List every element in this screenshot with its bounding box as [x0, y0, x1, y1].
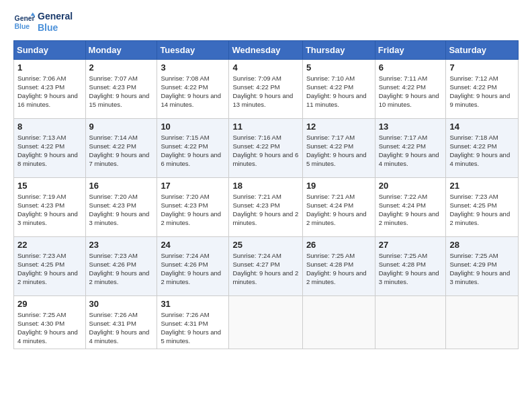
day-info: Sunrise: 7:08 AM Sunset: 4:22 PM Dayligh…: [161, 74, 225, 109]
logo: General Blue General Blue: [13, 11, 73, 34]
page: General Blue General Blue SundayMondayTu…: [0, 0, 532, 411]
day-info: Sunrise: 7:18 AM Sunset: 4:22 PM Dayligh…: [449, 133, 515, 169]
day-number: 21: [449, 181, 515, 191]
day-number: 12: [306, 122, 371, 132]
calendar-cell: 15 Sunrise: 7:19 AM Sunset: 4:23 PM Dayl…: [14, 177, 86, 236]
day-info: Sunrise: 7:22 AM Sunset: 4:24 PM Dayligh…: [379, 192, 443, 228]
day-info: Sunrise: 7:23 AM Sunset: 4:26 PM Dayligh…: [89, 251, 154, 287]
calendar-cell: 10 Sunrise: 7:15 AM Sunset: 4:22 PM Dayl…: [157, 118, 229, 177]
day-info: Sunrise: 7:07 AM Sunset: 4:23 PM Dayligh…: [89, 74, 154, 109]
day-info: Sunrise: 7:15 AM Sunset: 4:22 PM Dayligh…: [161, 133, 225, 169]
calendar-cell: 21 Sunrise: 7:23 AM Sunset: 4:25 PM Dayl…: [446, 177, 519, 236]
logo-general: General: [38, 11, 73, 22]
day-number: 29: [17, 299, 82, 309]
calendar-cell: 1 Sunrise: 7:06 AM Sunset: 4:23 PM Dayli…: [14, 59, 86, 118]
weekday-header-sunday: Sunday: [14, 40, 86, 59]
calendar-cell: 7 Sunrise: 7:12 AM Sunset: 4:22 PM Dayli…: [446, 59, 519, 118]
calendar-cell: 9 Sunrise: 7:14 AM Sunset: 4:22 PM Dayli…: [85, 118, 157, 177]
day-info: Sunrise: 7:16 AM Sunset: 4:22 PM Dayligh…: [232, 133, 298, 169]
calendar-cell: [302, 295, 375, 349]
calendar-cell: 11 Sunrise: 7:16 AM Sunset: 4:22 PM Dayl…: [229, 118, 302, 177]
day-number: 2: [89, 62, 154, 73]
header: General Blue General Blue: [13, 11, 519, 34]
weekday-header-monday: Monday: [85, 40, 157, 59]
day-number: 9: [89, 122, 154, 132]
day-number: 27: [379, 240, 443, 250]
day-info: Sunrise: 7:17 AM Sunset: 4:22 PM Dayligh…: [306, 133, 371, 169]
calendar-cell: 23 Sunrise: 7:23 AM Sunset: 4:26 PM Dayl…: [85, 236, 157, 295]
svg-text:General: General: [15, 15, 35, 22]
calendar-cell: 20 Sunrise: 7:22 AM Sunset: 4:24 PM Dayl…: [375, 177, 446, 236]
calendar-cell: 29 Sunrise: 7:25 AM Sunset: 4:30 PM Dayl…: [14, 295, 86, 349]
calendar-cell: [446, 295, 519, 349]
calendar-cell: 28 Sunrise: 7:25 AM Sunset: 4:29 PM Dayl…: [446, 236, 519, 295]
day-info: Sunrise: 7:11 AM Sunset: 4:22 PM Dayligh…: [379, 74, 443, 109]
day-number: 28: [449, 240, 515, 250]
day-number: 25: [232, 240, 298, 250]
day-number: 26: [306, 240, 371, 250]
weekday-header-thursday: Thursday: [302, 40, 375, 59]
day-number: 10: [161, 122, 225, 132]
day-info: Sunrise: 7:26 AM Sunset: 4:31 PM Dayligh…: [89, 310, 154, 346]
day-number: 7: [449, 62, 515, 73]
day-number: 11: [232, 122, 298, 132]
calendar-cell: 18 Sunrise: 7:21 AM Sunset: 4:23 PM Dayl…: [229, 177, 302, 236]
generalblue-logo-icon: General Blue: [13, 11, 35, 33]
day-number: 31: [161, 299, 225, 309]
day-number: 22: [17, 240, 82, 250]
day-info: Sunrise: 7:06 AM Sunset: 4:23 PM Dayligh…: [17, 74, 82, 109]
day-info: Sunrise: 7:20 AM Sunset: 4:23 PM Dayligh…: [89, 192, 154, 228]
day-info: Sunrise: 7:25 AM Sunset: 4:28 PM Dayligh…: [306, 251, 371, 287]
calendar-cell: 17 Sunrise: 7:20 AM Sunset: 4:23 PM Dayl…: [157, 177, 229, 236]
day-number: 24: [161, 240, 225, 250]
calendar-table: SundayMondayTuesdayWednesdayThursdayFrid…: [13, 40, 519, 349]
weekday-header-wednesday: Wednesday: [229, 40, 302, 59]
svg-text:Blue: Blue: [15, 22, 30, 30]
day-number: 8: [17, 122, 82, 132]
day-number: 17: [161, 181, 225, 191]
day-number: 1: [17, 62, 82, 73]
day-number: 20: [379, 181, 443, 191]
calendar-cell: [375, 295, 446, 349]
day-info: Sunrise: 7:17 AM Sunset: 4:22 PM Dayligh…: [379, 133, 443, 169]
day-info: Sunrise: 7:26 AM Sunset: 4:31 PM Dayligh…: [161, 310, 225, 346]
svg-marker-2: [31, 12, 35, 15]
calendar-cell: 31 Sunrise: 7:26 AM Sunset: 4:31 PM Dayl…: [157, 295, 229, 349]
weekday-header-friday: Friday: [375, 40, 446, 59]
day-info: Sunrise: 7:25 AM Sunset: 4:30 PM Dayligh…: [17, 310, 82, 346]
calendar-cell: 22 Sunrise: 7:23 AM Sunset: 4:25 PM Dayl…: [14, 236, 86, 295]
day-info: Sunrise: 7:24 AM Sunset: 4:26 PM Dayligh…: [161, 251, 225, 287]
day-number: 4: [232, 62, 298, 73]
day-info: Sunrise: 7:13 AM Sunset: 4:22 PM Dayligh…: [17, 133, 82, 169]
day-number: 14: [449, 122, 515, 132]
day-info: Sunrise: 7:20 AM Sunset: 4:23 PM Dayligh…: [161, 192, 225, 228]
day-info: Sunrise: 7:23 AM Sunset: 4:25 PM Dayligh…: [17, 251, 82, 287]
logo-blue: Blue: [38, 22, 73, 34]
day-number: 30: [89, 299, 154, 309]
calendar-cell: 3 Sunrise: 7:08 AM Sunset: 4:22 PM Dayli…: [157, 59, 229, 118]
day-info: Sunrise: 7:23 AM Sunset: 4:25 PM Dayligh…: [449, 192, 515, 228]
calendar-cell: 2 Sunrise: 7:07 AM Sunset: 4:23 PM Dayli…: [85, 59, 157, 118]
calendar-cell: [229, 295, 302, 349]
weekday-header-row: SundayMondayTuesdayWednesdayThursdayFrid…: [14, 40, 519, 59]
day-info: Sunrise: 7:21 AM Sunset: 4:23 PM Dayligh…: [232, 192, 298, 228]
calendar-cell: 12 Sunrise: 7:17 AM Sunset: 4:22 PM Dayl…: [302, 118, 375, 177]
day-info: Sunrise: 7:09 AM Sunset: 4:22 PM Dayligh…: [232, 74, 298, 109]
calendar-cell: 26 Sunrise: 7:25 AM Sunset: 4:28 PM Dayl…: [302, 236, 375, 295]
day-info: Sunrise: 7:19 AM Sunset: 4:23 PM Dayligh…: [17, 192, 82, 228]
calendar-cell: 30 Sunrise: 7:26 AM Sunset: 4:31 PM Dayl…: [85, 295, 157, 349]
day-number: 5: [306, 62, 371, 73]
day-number: 15: [17, 181, 82, 191]
calendar-cell: 13 Sunrise: 7:17 AM Sunset: 4:22 PM Dayl…: [375, 118, 446, 177]
day-info: Sunrise: 7:10 AM Sunset: 4:22 PM Dayligh…: [306, 74, 371, 109]
calendar-cell: 19 Sunrise: 7:21 AM Sunset: 4:24 PM Dayl…: [302, 177, 375, 236]
day-info: Sunrise: 7:14 AM Sunset: 4:22 PM Dayligh…: [89, 133, 154, 169]
day-info: Sunrise: 7:12 AM Sunset: 4:22 PM Dayligh…: [449, 74, 515, 109]
calendar-cell: 4 Sunrise: 7:09 AM Sunset: 4:22 PM Dayli…: [229, 59, 302, 118]
day-number: 19: [306, 181, 371, 191]
calendar-cell: 6 Sunrise: 7:11 AM Sunset: 4:22 PM Dayli…: [375, 59, 446, 118]
day-info: Sunrise: 7:25 AM Sunset: 4:29 PM Dayligh…: [449, 251, 515, 287]
calendar-cell: 14 Sunrise: 7:18 AM Sunset: 4:22 PM Dayl…: [446, 118, 519, 177]
day-info: Sunrise: 7:21 AM Sunset: 4:24 PM Dayligh…: [306, 192, 371, 228]
day-info: Sunrise: 7:24 AM Sunset: 4:27 PM Dayligh…: [232, 251, 298, 287]
